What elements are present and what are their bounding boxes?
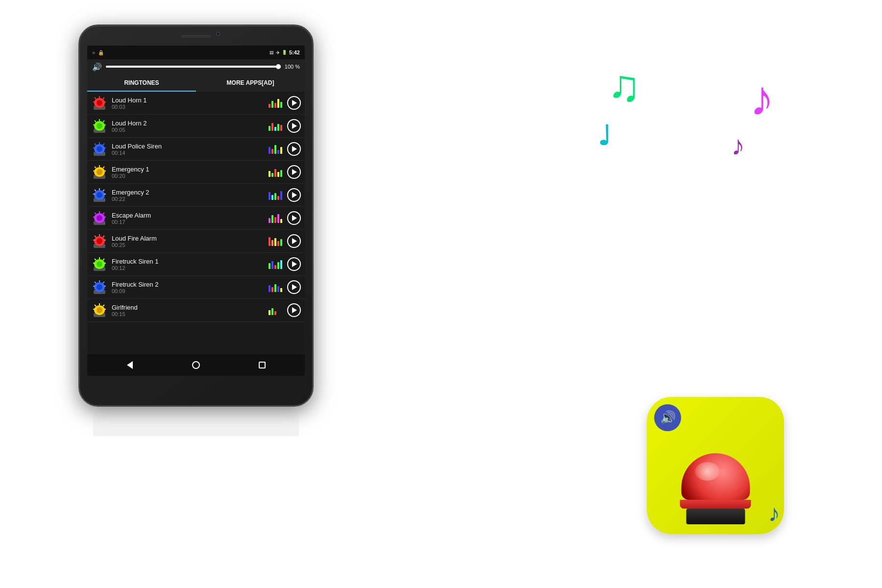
ringtone-duration-6: 00:17 [112,219,265,225]
play-button-5[interactable] [287,188,301,202]
siren-icon-4 [91,164,108,180]
waveform-3 [269,144,283,154]
play-button-3[interactable] [287,142,301,156]
waveform-7 [269,236,283,246]
siren-icon-9 [91,279,108,295]
battery-icon: 🔋 [282,50,287,55]
tab-ringtones[interactable]: RINGTONES [87,74,196,92]
play-triangle-1 [292,100,297,106]
tablet-screen: ○ 🔒 ▤ ✈ 🔋 5:42 🔊 [87,46,305,376]
play-triangle-10 [292,307,297,313]
ringtone-info-4: Emergency 1 00:20 [112,166,265,179]
ringtone-info-1: Loud Horn 1 00:03 [112,97,265,110]
music-note-magenta: ♪ [750,74,774,122]
circle-icon: ○ [92,50,95,55]
svg-line-12 [95,121,96,122]
svg-point-74 [97,307,102,313]
ringtone-duration-1: 00:03 [112,104,265,110]
recent-icon [259,362,266,368]
tablet: ○ 🔒 ▤ ✈ 🔋 5:42 🔊 [78,24,314,407]
music-note-cyan: ♩ [598,122,611,149]
play-button-1[interactable] [287,96,301,110]
siren-icon-10 [91,302,108,318]
waveform-9 [269,282,283,292]
volume-track[interactable] [106,66,281,68]
list-item[interactable]: Girlfriend 00:15 [87,299,305,322]
svg-line-45 [103,213,104,214]
list-item[interactable]: Loud Fire Alarm 00:25 [87,230,305,253]
play-triangle-3 [292,146,297,152]
svg-line-69 [103,282,104,283]
ringtone-duration-8: 00:12 [112,265,265,271]
svg-line-53 [103,236,104,237]
ringtone-info-8: Firetruck Siren 1 00:12 [112,258,265,271]
play-button-7[interactable] [287,234,301,248]
airplane-icon: ✈ [276,50,280,55]
svg-point-50 [97,238,102,244]
tabs-bar: RINGTONES MORE APPS[AD] [87,74,305,92]
volume-bar[interactable]: 🔊 100 % [87,59,305,74]
play-triangle-7 [292,238,297,244]
home-icon [192,361,200,369]
ringtone-info-5: Emergency 2 00:22 [112,189,265,202]
play-button-2[interactable] [287,119,301,133]
play-button-4[interactable] [287,165,301,179]
waveform-5 [269,190,283,200]
list-item[interactable]: Emergency 1 00:20 [87,161,305,184]
svg-point-34 [97,192,102,198]
list-item[interactable]: Firetruck Siren 2 00:09 [87,276,305,299]
play-triangle-9 [292,284,297,290]
siren-icon-8 [91,256,108,272]
tab-more-apps[interactable]: MORE APPS[AD] [196,74,305,92]
play-triangle-5 [292,192,297,198]
back-icon [127,361,133,369]
play-triangle-4 [292,169,297,175]
waveform-6 [269,213,283,223]
app-icon[interactable]: 🔊 ♪ [647,397,784,534]
list-item[interactable]: Loud Horn 1 00:03 [87,92,305,115]
time-display: 5:42 [289,49,300,55]
list-item[interactable]: Loud Police Siren 00:14 [87,138,305,161]
music-note-purple: ♪ [732,132,745,159]
ringtone-info-9: Firetruck Siren 2 00:09 [112,281,265,294]
ringtone-duration-7: 00:25 [112,242,265,248]
ringtone-name-8: Firetruck Siren 1 [112,258,265,265]
svg-point-18 [97,146,102,152]
ringtone-name-3: Loud Police Siren [112,143,265,150]
svg-line-5 [103,98,104,99]
siren-icon-1 [91,95,108,111]
play-button-10[interactable] [287,303,301,317]
list-item[interactable]: Emergency 2 00:22 [87,184,305,207]
play-triangle-2 [292,123,297,129]
svg-line-28 [95,167,96,168]
ringtone-info-2: Loud Horn 2 00:05 [112,120,265,133]
play-button-8[interactable] [287,257,301,271]
svg-point-26 [97,169,102,175]
ringtone-info-3: Loud Police Siren 00:14 [112,143,265,156]
ringtone-duration-3: 00:14 [112,150,265,156]
volume-percentage: 100 % [285,64,300,70]
play-triangle-6 [292,215,297,221]
nav-recent-button[interactable] [255,358,269,372]
nav-home-button[interactable] [189,358,203,372]
svg-line-60 [95,259,96,260]
ringtone-list[interactable]: Loud Horn 1 00:03 [87,92,305,354]
nav-back-button[interactable] [123,358,137,372]
siren-icon-6 [91,210,108,226]
ringtone-info-7: Loud Fire Alarm 00:25 [112,235,265,248]
tablet-reflection [93,407,299,436]
siren-icon-2 [91,118,108,134]
ringtone-name-10: Girlfriend [112,304,265,311]
svg-line-68 [95,282,96,283]
play-triangle-8 [292,261,297,267]
play-button-6[interactable] [287,211,301,225]
list-item[interactable]: Loud Horn 2 00:05 [87,115,305,138]
list-item[interactable]: Escape Alarm 00:17 [87,207,305,230]
play-button-9[interactable] [287,280,301,294]
list-item[interactable]: Firetruck Siren 1 00:12 [87,253,305,276]
svg-line-29 [103,167,104,168]
ringtone-name-6: Escape Alarm [112,212,265,219]
app-note-icon: ♪ [768,502,780,525]
ringtone-info-10: Girlfriend 00:15 [112,304,265,317]
status-left-icons: ○ 🔒 [92,50,104,55]
